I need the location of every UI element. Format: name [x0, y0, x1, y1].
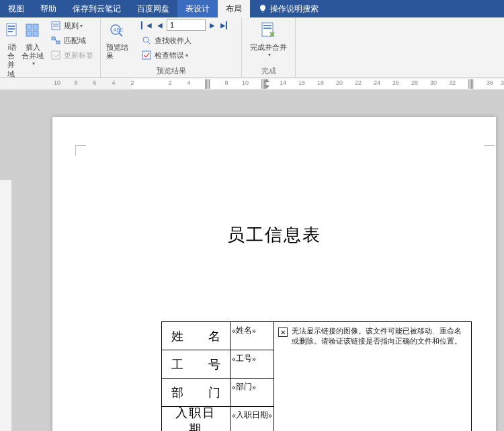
tab-layout[interactable]: 布局: [218, 0, 250, 17]
update-labels-button: 更新标签: [49, 48, 95, 62]
check-icon: [142, 50, 151, 60]
group-label-finish: 完成: [261, 65, 276, 77]
check-errors-button[interactable]: 检查错误▾: [140, 48, 233, 62]
broken-image-icon: ✕: [278, 327, 288, 337]
greeting-icon: [6, 23, 19, 39]
tell-me-search[interactable]: 操作说明搜索: [250, 0, 327, 17]
svg-rect-6: [33, 24, 38, 30]
group-label-preview: 预览结果: [157, 65, 186, 77]
merge-field-dept[interactable]: «部门»: [230, 379, 274, 407]
ruler-tick: 36: [487, 79, 493, 86]
rules-icon: [51, 21, 60, 30]
menubar: 视图 帮助 保存到云笔记 百度网盘 表设计 布局 操作说明搜索: [0, 0, 504, 17]
ruler-tick: 4: [187, 79, 190, 86]
tell-me-label: 操作说明搜索: [270, 3, 319, 15]
finish-icon: [259, 22, 278, 40]
ribbon: i语 合并域 插入 合并域▾ 规则▾ 匹配域 更新标签: [0, 17, 504, 78]
ribbon-group-write-insert: i语 合并域 插入 合并域▾ 规则▾ 匹配域 更新标签: [0, 17, 101, 77]
finish-merge-button[interactable]: 完成并合并 ▾: [246, 19, 292, 60]
insert-field-icon: [25, 23, 41, 39]
tab-help[interactable]: 帮助: [32, 0, 65, 17]
preview-icon: ABC: [109, 23, 128, 39]
first-line-indent-icon[interactable]: [264, 79, 269, 82]
ruler-tick: 24: [374, 79, 380, 86]
ruler-tick: 32: [449, 79, 456, 86]
column-marker-icon[interactable]: [205, 79, 210, 89]
merge-field-id[interactable]: «工号»: [230, 350, 274, 379]
ruler-tick: 22: [355, 79, 362, 86]
ruler-tick: 30: [430, 79, 437, 86]
update-icon: [51, 50, 60, 60]
horizontal-ruler[interactable]: 108642246810141618202224262830323638: [0, 78, 504, 90]
ruler-tick: 10: [54, 79, 60, 86]
svg-rect-10: [56, 41, 60, 44]
ruler-tick: 20: [336, 79, 343, 86]
workspace: 员工信息表 姓名 «姓名» ✕ 无法显示链接的图像。该文件可能已被移动、重命名或…: [0, 90, 504, 431]
svg-rect-3: [8, 31, 13, 32]
tab-baidu[interactable]: 百度网盘: [129, 0, 177, 17]
tab-save-cloud[interactable]: 保存到云笔记: [65, 0, 129, 17]
record-number-input[interactable]: [167, 19, 206, 31]
crop-mark-icon: [75, 145, 86, 156]
bulb-icon: [258, 4, 267, 13]
ruler-tick: 14: [280, 79, 286, 86]
hanging-indent-icon[interactable]: [264, 85, 269, 89]
crop-mark-icon: [484, 145, 495, 156]
merge-field-name[interactable]: «姓名»: [230, 322, 274, 350]
label-id: 工号: [162, 350, 230, 379]
ruler-tick: 8: [224, 79, 228, 86]
record-nav: ▎◀ ◀ ▶ ▶▎: [140, 19, 233, 31]
preview-results-button[interactable]: ABC 预览结果: [105, 19, 132, 62]
chevron-down-icon: ▾: [80, 23, 83, 29]
photo-cell: ✕ 无法显示链接的图像。该文件可能已被移动、重命名或删除。请验证该链接是否指向正…: [274, 322, 472, 432]
ruler-tick: 10: [242, 79, 249, 86]
ribbon-group-preview: ABC 预览结果 ▎◀ ◀ ▶ ▶▎ 查找收件人: [101, 17, 242, 77]
next-record-button[interactable]: ▶: [208, 22, 216, 29]
label-name: 姓名: [162, 322, 230, 350]
svg-rect-15: [142, 51, 151, 59]
table-row: 姓名 «姓名» ✕ 无法显示链接的图像。该文件可能已被移动、重命名或删除。请验证…: [162, 322, 472, 350]
greeting-line-button[interactable]: i语 合并域: [6, 19, 19, 80]
ruler-tick: 6: [93, 79, 96, 86]
broken-image-text: 无法显示链接的图像。该文件可能已被移动、重命名或删除。请验证该链接是否指向正确的…: [292, 326, 467, 347]
ruler-tick: 38: [501, 79, 504, 86]
svg-rect-18: [263, 28, 271, 29]
ruler-tick: 4: [112, 79, 115, 86]
svg-rect-2: [8, 28, 15, 30]
find-recipient-button[interactable]: 查找收件人: [140, 34, 233, 47]
tab-view[interactable]: 视图: [0, 0, 32, 17]
search-icon: [142, 36, 151, 45]
svg-rect-17: [263, 25, 271, 26]
svg-rect-5: [26, 31, 32, 36]
insert-merge-field-button[interactable]: 插入 合并域▾: [19, 19, 46, 69]
chevron-down-icon: ▾: [32, 61, 35, 67]
match-fields-button[interactable]: 匹配域: [49, 34, 95, 47]
svg-rect-1: [8, 26, 15, 27]
first-record-button[interactable]: ▎◀: [140, 22, 153, 29]
last-record-button[interactable]: ▶▎: [219, 22, 233, 29]
ruler-tick: 2: [130, 79, 134, 86]
ruler-tick: 28: [411, 79, 418, 86]
chevron-down-icon: ▾: [268, 52, 271, 58]
tab-table-design[interactable]: 表设计: [177, 0, 218, 17]
label-hire-date: 入职日期: [162, 407, 230, 432]
rules-button[interactable]: 规则▾: [49, 19, 95, 32]
ribbon-group-finish: 完成并合并 ▾ 完成: [242, 17, 296, 77]
svg-point-14: [143, 37, 149, 42]
ruler-tick: 26: [392, 79, 399, 86]
chevron-down-icon: ▾: [185, 52, 188, 58]
prev-record-button[interactable]: ◀: [156, 22, 164, 29]
column-marker-icon[interactable]: [468, 79, 474, 89]
ruler-tick: 16: [298, 79, 305, 86]
match-icon: [51, 36, 60, 45]
svg-rect-4: [26, 24, 32, 30]
svg-text:ABC: ABC: [114, 28, 123, 32]
ruler-tick: 2: [168, 79, 171, 86]
ruler-tick: 18: [317, 79, 324, 86]
ruler-tick: 8: [74, 79, 77, 86]
broken-image-placeholder: ✕ 无法显示链接的图像。该文件可能已被移动、重命名或删除。请验证该链接是否指向正…: [278, 326, 467, 347]
vertical-ruler[interactable]: [0, 180, 12, 431]
label-dept: 部门: [162, 379, 230, 407]
employee-info-table: 姓名 «姓名» ✕ 无法显示链接的图像。该文件可能已被移动、重命名或删除。请验证…: [161, 321, 472, 431]
merge-field-hire-date[interactable]: «入职日期»: [230, 407, 274, 432]
